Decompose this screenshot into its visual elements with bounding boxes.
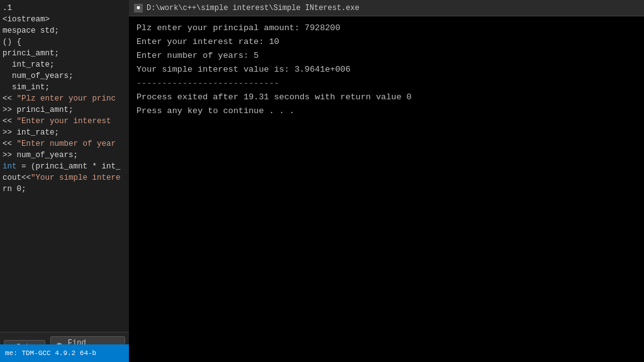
code-line: <iostream>	[0, 14, 129, 25]
code-line: mespace std;	[0, 25, 129, 36]
console-output-line-1: Plz enter your principal amount: 7928200	[136, 21, 636, 35]
code-line: << "Enter number of year	[0, 138, 129, 150]
console-body[interactable]: Plz enter your principal amount: 7928200…	[129, 16, 644, 362]
code-line: cout<<"Your simple intere	[0, 172, 129, 184]
console-output-line-4: Your simple interest value is: 3.9641e+0…	[136, 63, 636, 77]
console-panel: ■ D:\work\c++\simple interest\Simple INt…	[129, 0, 644, 362]
code-line: >> int_rate;	[0, 127, 129, 138]
console-title: D:\work\c++\simple interest\Simple INter…	[147, 4, 359, 13]
code-line: .1	[0, 3, 129, 14]
code-line: () {	[0, 36, 129, 48]
code-line: num_of_years;	[0, 70, 129, 82]
code-line: << "Enter your interest	[0, 116, 129, 127]
status-text: me: TDM-GCC 4.9.2 64-b	[5, 349, 96, 357]
console-divider-line: ----------------------------	[136, 77, 636, 90]
code-line: sim_int;	[0, 82, 129, 93]
console-title-bar: ■ D:\work\c++\simple interest\Simple INt…	[129, 0, 644, 16]
console-output-line-2: Enter your interest rate: 10	[136, 35, 636, 49]
code-editor-panel: .1 <iostream> mespace std; () { princi_a…	[0, 0, 129, 362]
console-exit-line: Process exited after 19.31 seconds with …	[136, 90, 636, 104]
code-line: princi_amnt;	[0, 48, 129, 59]
status-bar: me: TDM-GCC 4.9.2 64-b	[0, 344, 129, 362]
code-line: int_rate;	[0, 59, 129, 70]
code-line: >> num_of_years;	[0, 150, 129, 161]
console-continue-line: Press any key to continue . . .	[136, 104, 636, 118]
code-line: rn 0;	[0, 184, 129, 195]
code-line: int = (princi_amnt * int_	[0, 161, 129, 172]
code-line: >> princi_amnt;	[0, 104, 129, 116]
console-output-line-3: Enter number of years: 5	[136, 49, 636, 63]
code-line: << "Plz enter your princ	[0, 93, 129, 104]
code-editor-area[interactable]: .1 <iostream> mespace std; () { princi_a…	[0, 0, 129, 332]
console-app-icon: ■	[134, 4, 143, 13]
ide-container: .1 <iostream> mespace std; () { princi_a…	[0, 0, 644, 362]
